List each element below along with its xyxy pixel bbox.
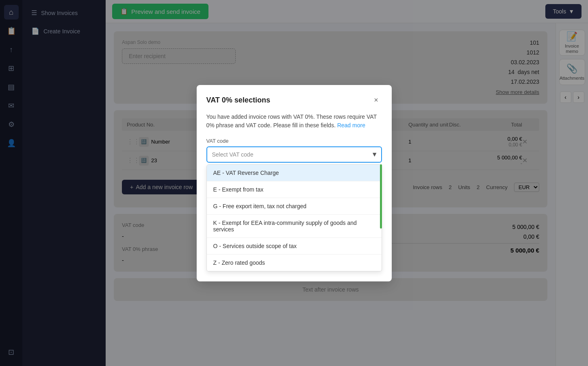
dropdown-option-z[interactable]: Z - Zero rated goods (207, 255, 382, 271)
modal-header: VAT 0% selections × (206, 95, 382, 106)
dropdown-option-e[interactable]: E - Exempt from tax (207, 181, 382, 198)
option-g-label: G - Free export item, tax not charged (213, 203, 307, 209)
dropdown-option-o[interactable]: O - Services outside scope of tax (207, 238, 382, 255)
dropdown-option-ae[interactable]: AE - VAT Reverse Charge (207, 165, 382, 181)
vat-code-field-label: VAT code (206, 138, 382, 144)
option-e-label: E - Exempt from tax (213, 186, 264, 193)
modal-body: You have added invoice rows with VAT 0%.… (206, 113, 382, 130)
dropdown-option-k[interactable]: K - Exempt for EEA intra-community suppl… (207, 215, 382, 238)
dropdown-option-g[interactable]: G - Free export item, tax not charged (207, 198, 382, 215)
option-ae-label: AE - VAT Reverse Charge (213, 170, 279, 176)
option-o-label: O - Services outside scope of tax (213, 243, 297, 249)
dropdown-options-wrapper: AE - VAT Reverse Charge E - Exempt from … (206, 164, 382, 272)
modal-close-button[interactable]: × (371, 95, 382, 106)
read-more-label: Read more (337, 122, 365, 129)
modal-title: VAT 0% selections (206, 96, 270, 105)
close-icon: × (374, 96, 378, 105)
scroll-indicator (380, 164, 382, 229)
select-wrapper: Select VAT code AE - VAT Reverse Charge … (206, 146, 382, 163)
vat-code-field: VAT code Select VAT code AE - VAT Revers… (206, 138, 382, 272)
modal-overlay[interactable]: VAT 0% selections × You have added invoi… (0, 0, 588, 366)
vat-code-select[interactable]: Select VAT code AE - VAT Reverse Charge … (206, 146, 382, 163)
option-k-label: K - Exempt for EEA intra-community suppl… (213, 220, 357, 233)
read-more-link[interactable]: Read more (337, 122, 365, 129)
dropdown-options-list: AE - VAT Reverse Charge E - Exempt from … (206, 164, 382, 272)
vat-modal: VAT 0% selections × You have added invoi… (197, 85, 392, 281)
option-z-label: Z - Zero rated goods (213, 259, 265, 266)
